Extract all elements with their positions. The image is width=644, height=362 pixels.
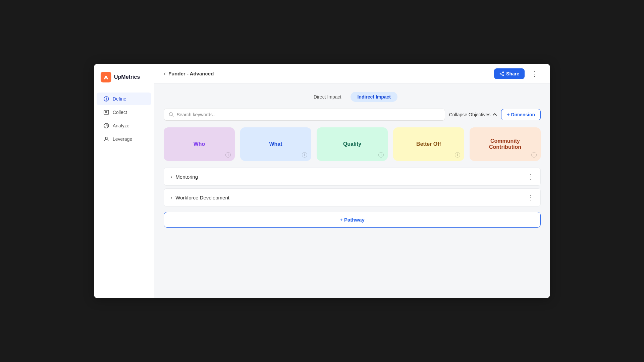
- breadcrumb-arrow: ‹: [164, 70, 166, 77]
- collect-icon: [103, 109, 109, 115]
- content-area: Direct Impact Indirect Impact Collapse O…: [154, 84, 550, 298]
- collapse-objectives-button[interactable]: Collapse Objectives: [449, 112, 497, 117]
- logo: UpMetrics: [94, 72, 154, 92]
- sidebar-item-label: Collect: [113, 110, 127, 115]
- search-box: [164, 109, 445, 121]
- dimension-info-icon: i: [455, 152, 460, 158]
- sidebar-item-collect[interactable]: Collect: [97, 106, 151, 119]
- svg-line-13: [501, 74, 502, 75]
- share-icon: [499, 71, 504, 76]
- tabs-row: Direct Impact Indirect Impact: [164, 92, 541, 102]
- dimension-info-icon: i: [225, 152, 231, 158]
- pathway-more-button[interactable]: ⋮: [527, 193, 534, 201]
- sidebar-item-leverage[interactable]: Leverage: [97, 133, 151, 145]
- svg-line-12: [501, 72, 502, 73]
- pathway-row-workforce: › Workforce Development ⋮: [164, 188, 541, 206]
- dimension-card-better-off[interactable]: Better Off i: [393, 127, 464, 161]
- collapse-label: Collapse Objectives: [449, 112, 491, 117]
- dimension-info-icon: i: [302, 152, 307, 158]
- svg-rect-4: [104, 110, 109, 114]
- svg-point-9: [503, 72, 504, 73]
- pathway-chevron-icon: ›: [171, 174, 172, 179]
- pathway-left: › Mentoring: [171, 174, 198, 180]
- share-label: Share: [506, 71, 519, 76]
- sidebar-item-define[interactable]: Define: [97, 93, 151, 105]
- pathway-label: Workforce Development: [175, 195, 229, 200]
- pathway-more-button[interactable]: ⋮: [527, 173, 534, 181]
- sidebar-item-label: Leverage: [113, 136, 132, 142]
- pathway-chevron-icon: ›: [171, 195, 172, 200]
- svg-line-15: [172, 115, 173, 116]
- sidebar-item-label: Define: [113, 96, 126, 102]
- logo-text: UpMetrics: [114, 74, 140, 80]
- logo-icon: [101, 72, 111, 82]
- top-right-actions: Share ⋮: [494, 68, 541, 79]
- svg-point-11: [500, 73, 501, 74]
- search-icon: [169, 112, 174, 117]
- main-content: ‹ Funder - Advanced Share ⋮: [154, 64, 550, 298]
- add-pathway-button[interactable]: + Pathway: [164, 212, 541, 228]
- top-bar: ‹ Funder - Advanced Share ⋮: [154, 64, 550, 84]
- define-icon: [103, 96, 109, 102]
- pathway-label: Mentoring: [175, 174, 198, 180]
- more-options-button[interactable]: ⋮: [529, 69, 541, 78]
- dimension-label: What: [262, 134, 289, 154]
- breadcrumb: ‹ Funder - Advanced: [164, 70, 214, 77]
- pathway-left: › Workforce Development: [171, 195, 229, 200]
- dimension-label: Who: [187, 134, 212, 154]
- dimension-card-community[interactable]: Community Contribution i: [470, 127, 541, 161]
- svg-point-10: [503, 75, 504, 76]
- dimension-card-quality[interactable]: Quality i: [317, 127, 388, 161]
- pathway-list: › Mentoring ⋮ › Workforce Development ⋮: [164, 168, 541, 206]
- dimensions-grid: Who i What i Quality i Better Off i Comm…: [164, 127, 541, 161]
- dimension-card-who[interactable]: Who i: [164, 127, 235, 161]
- search-input[interactable]: [177, 112, 440, 117]
- share-button[interactable]: Share: [494, 68, 525, 79]
- analyze-icon: [103, 123, 109, 129]
- add-dimension-button[interactable]: + Dimension: [501, 109, 541, 120]
- toolbar-row: Collapse Objectives + Dimension: [164, 109, 541, 121]
- tab-direct-impact[interactable]: Direct Impact: [307, 92, 348, 102]
- svg-point-8: [105, 137, 107, 139]
- dimension-card-what[interactable]: What i: [240, 127, 311, 161]
- dimension-label: Quality: [336, 134, 368, 154]
- dimension-label: Better Off: [410, 134, 448, 154]
- sidebar-item-label: Analyze: [113, 123, 129, 128]
- dimension-label: Community Contribution: [470, 131, 541, 157]
- breadcrumb-title: Funder - Advanced: [168, 71, 214, 76]
- dimension-info-icon: i: [378, 152, 384, 158]
- dimension-info-icon: i: [531, 152, 537, 158]
- svg-point-3: [106, 100, 107, 100]
- sidebar: UpMetrics Define Collect Analyze Leverag…: [94, 64, 154, 298]
- tab-indirect-impact[interactable]: Indirect Impact: [351, 92, 397, 102]
- leverage-icon: [103, 136, 109, 142]
- sidebar-item-analyze[interactable]: Analyze: [97, 119, 151, 132]
- pathway-row-mentoring: › Mentoring ⋮: [164, 168, 541, 186]
- chevron-up-icon: [492, 112, 497, 117]
